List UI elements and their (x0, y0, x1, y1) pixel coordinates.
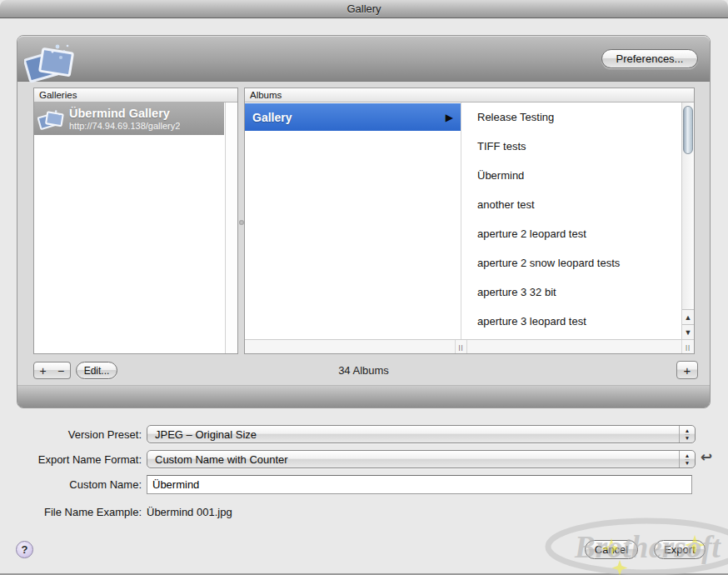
custom-name-row: Custom Name: (0, 475, 728, 494)
album-row[interactable]: aperture 2 snow leopard tests (461, 248, 681, 278)
album-row[interactable]: Übermind (461, 161, 681, 190)
folder-row-selected[interactable]: Gallery ▶ (245, 103, 461, 131)
preferences-label: Preferences... (616, 52, 684, 65)
panel-toolbar: Preferences... (17, 36, 710, 82)
version-preset-row: Version Preset: JPEG – Original Size ▲▼ (0, 425, 728, 444)
browser-horizontal-scroller[interactable]: || || (245, 339, 694, 353)
cancel-label: Cancel (595, 543, 628, 556)
add-album-button[interactable]: + (676, 361, 698, 379)
albums-browser: Albums Gallery ▶ Release TestingTIFF tes… (244, 88, 695, 354)
albums-header-label: Albums (250, 90, 282, 100)
disclosure-arrow-icon: ▶ (446, 112, 453, 123)
scrollbar-thumb[interactable] (683, 106, 693, 154)
popup-stepper-icon: ▲▼ (679, 426, 695, 442)
export-name-format-row: Export Name Format: Custom Name with Cou… (0, 450, 728, 469)
title-bar[interactable]: Gallery (0, 0, 728, 18)
panel-footer (17, 385, 710, 408)
galleries-pane: Galleries Übermind Gallery http://74.94. (33, 88, 238, 354)
file-name-example-row: File Name Example: Übermind 001.jpg (0, 502, 728, 522)
gallery-item-texts: Übermind Gallery http://74.94.69.138/gal… (69, 107, 180, 132)
albums-scrollbar[interactable]: ▲ ▼ (681, 102, 694, 339)
file-name-example-label: File Name Example: (0, 502, 142, 522)
scroll-up-button[interactable]: ▲ (682, 309, 694, 324)
version-preset-label: Version Preset: (0, 425, 142, 444)
folder-label: Gallery (252, 111, 292, 124)
album-row[interactable]: aperture 3 leopard test (461, 307, 681, 336)
album-row[interactable]: TIFF tests (461, 132, 681, 161)
version-preset-value: JPEG – Original Size (155, 426, 257, 443)
column-resize-handle[interactable]: || (681, 340, 694, 353)
export-name-format-popup[interactable]: Custom Name with Counter ▲▼ (147, 450, 696, 468)
gallery-panel: Preferences... Galleries (17, 35, 711, 408)
popup-stepper-icon: ▲▼ (679, 451, 695, 468)
question-mark-icon: ? (22, 543, 28, 556)
gallery-item-name: Übermind Gallery (69, 107, 180, 121)
revert-arrow-icon[interactable]: ↩ (701, 448, 712, 466)
album-row[interactable]: aperture 3 32 bit (461, 278, 681, 307)
album-row[interactable]: Release Testing (461, 102, 681, 132)
album-row[interactable]: another test (461, 190, 681, 219)
galleries-header: Galleries (34, 88, 237, 102)
export-dialog-window: Gallery Preferences... (0, 0, 728, 575)
galleries-header-label: Galleries (39, 90, 77, 100)
album-row[interactable]: aperture 2 leopard test (461, 219, 681, 248)
cancel-button[interactable]: Cancel (585, 540, 638, 559)
window-title: Gallery (347, 2, 381, 15)
gallery-list-item-selected[interactable]: Übermind Gallery http://74.94.69.138/gal… (34, 102, 224, 135)
file-name-example-value: Übermind 001.jpg (147, 502, 232, 522)
export-name-format-label: Export Name Format: (0, 450, 142, 469)
galleries-scrollbar[interactable] (225, 102, 237, 353)
gallery-item-url: http://74.94.69.138/gallery2 (69, 121, 180, 132)
custom-name-label: Custom Name: (0, 475, 142, 494)
export-label: Export (664, 543, 696, 556)
browser-folder-column: Gallery ▶ (245, 102, 461, 339)
version-preset-popup[interactable]: JPEG – Original Size ▲▼ (147, 425, 696, 443)
scroll-down-button[interactable]: ▼ (682, 324, 694, 339)
export-button[interactable]: Export (654, 540, 706, 559)
custom-name-input[interactable] (147, 475, 692, 494)
preferences-button[interactable]: Preferences... (601, 49, 698, 68)
album-count-label: 34 Albums (17, 364, 710, 377)
column-resize-handle[interactable]: || (455, 340, 467, 353)
photo-gallery-icon (24, 38, 77, 87)
gallery-item-icon (37, 107, 66, 132)
add-icon: + (684, 363, 691, 378)
help-button[interactable]: ? (16, 541, 33, 558)
export-name-format-value: Custom Name with Counter (155, 451, 288, 468)
albums-header: Albums (245, 88, 694, 102)
albums-list: Release TestingTIFF testsÜbermindanother… (461, 102, 681, 339)
